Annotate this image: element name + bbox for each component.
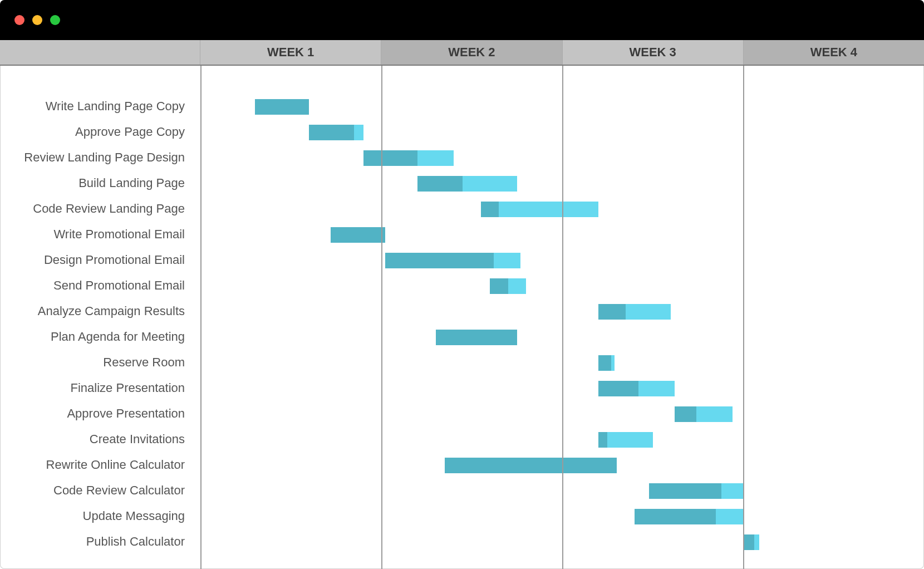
grid-line	[381, 66, 382, 569]
gantt-bar[interactable]	[436, 330, 517, 345]
gantt-bar[interactable]	[598, 355, 615, 371]
task-label: Rewrite Online Calculator	[0, 452, 200, 478]
task-label: Code Review Landing Page	[0, 196, 200, 222]
gantt-bar-completed	[743, 534, 754, 550]
task-label: Finalize Presentation	[0, 375, 200, 401]
close-icon[interactable]	[14, 15, 24, 25]
task-label: Update Messaging	[0, 503, 200, 529]
gantt-bar-remaining	[716, 509, 743, 524]
gantt-bar[interactable]	[598, 381, 675, 396]
gantt-bar[interactable]	[743, 534, 759, 550]
gantt-bar[interactable]	[481, 202, 598, 217]
week-header-row: WEEK 1 WEEK 2 WEEK 3 WEEK 4	[0, 40, 924, 66]
task-label: Code Review Calculator	[0, 478, 200, 503]
gantt-bar-completed	[385, 253, 494, 268]
task-label: Review Landing Page Design	[0, 145, 200, 170]
gantt-bar[interactable]	[331, 227, 385, 243]
gantt-chart: Write Landing Page CopyApprove Page Copy…	[0, 66, 924, 569]
gantt-bar[interactable]	[417, 176, 517, 192]
gantt-bar-completed	[255, 99, 309, 115]
gantt-bar[interactable]	[385, 253, 521, 268]
gantt-bar[interactable]	[598, 304, 671, 320]
gantt-bar-completed	[331, 227, 385, 243]
task-label: Build Landing Page	[0, 170, 200, 196]
header-spacer	[0, 40, 200, 65]
task-label: Send Promotional Email	[0, 273, 200, 298]
gantt-bar-completed	[436, 330, 517, 345]
gantt-bar[interactable]	[255, 99, 309, 115]
gantt-bar-completed	[481, 202, 499, 217]
gantt-bar[interactable]	[490, 278, 526, 294]
minimize-icon[interactable]	[32, 15, 42, 25]
gantt-bar-completed	[309, 125, 354, 140]
gantt-bar[interactable]	[445, 458, 617, 473]
task-label: Design Promotional Email	[0, 247, 200, 273]
gantt-bar-completed	[445, 458, 617, 473]
gantt-bar-remaining	[607, 432, 652, 448]
gantt-bar[interactable]	[363, 150, 454, 166]
gantt-bar[interactable]	[309, 125, 363, 140]
gantt-bar-completed	[598, 432, 607, 448]
task-label: Publish Calculator	[0, 529, 200, 555]
gantt-bar-remaining	[626, 304, 671, 320]
gantt-bar-remaining	[508, 278, 527, 294]
gantt-bar-remaining	[721, 483, 743, 499]
gantt-bar-remaining	[463, 176, 517, 192]
grid-line	[743, 66, 744, 569]
grid-line	[200, 66, 201, 569]
titlebar	[0, 0, 924, 40]
gantt-bar-completed	[490, 278, 508, 294]
gantt-bar-remaining	[638, 381, 675, 396]
gantt-bar[interactable]	[675, 406, 733, 422]
gantt-bar[interactable]	[649, 483, 743, 499]
gantt-bar[interactable]	[635, 509, 743, 524]
task-label: Reserve Room	[0, 350, 200, 375]
task-label: Write Promotional Email	[0, 222, 200, 247]
task-label: Approve Presentation	[0, 401, 200, 426]
task-label: Plan Agenda for Meeting	[0, 324, 200, 350]
task-labels-column: Write Landing Page CopyApprove Page Copy…	[0, 94, 200, 555]
week-header-2: WEEK 2	[381, 40, 562, 65]
grid-line	[562, 66, 563, 569]
gantt-bar-completed	[675, 406, 696, 422]
gantt-bar-remaining	[754, 534, 760, 550]
gantt-bar-completed	[598, 355, 611, 371]
gantt-bar-remaining	[354, 125, 363, 140]
gantt-bar-remaining	[696, 406, 733, 422]
task-label: Approve Page Copy	[0, 119, 200, 145]
zoom-icon[interactable]	[50, 15, 60, 25]
task-label: Write Landing Page Copy	[0, 94, 200, 119]
gantt-bar-remaining	[494, 253, 521, 268]
gantt-bar-completed	[635, 509, 716, 524]
gantt-bar-completed	[649, 483, 721, 499]
gantt-bar-remaining	[499, 202, 598, 217]
task-label: Create Invitations	[0, 426, 200, 452]
week-header-1: WEEK 1	[200, 40, 381, 65]
gantt-bar-completed	[417, 176, 463, 192]
week-header-3: WEEK 3	[563, 40, 744, 65]
gantt-bar-remaining	[417, 150, 454, 166]
week-header-4: WEEK 4	[744, 40, 924, 65]
gantt-bar-remaining	[611, 355, 615, 371]
gantt-bar-completed	[363, 150, 418, 166]
task-label: Analyze Campaign Results	[0, 298, 200, 324]
gantt-bar-completed	[598, 381, 638, 396]
mac-window: WEEK 1 WEEK 2 WEEK 3 WEEK 4 Write Landin…	[0, 0, 924, 569]
gantt-bar[interactable]	[598, 432, 653, 448]
gantt-bar-completed	[598, 304, 626, 320]
